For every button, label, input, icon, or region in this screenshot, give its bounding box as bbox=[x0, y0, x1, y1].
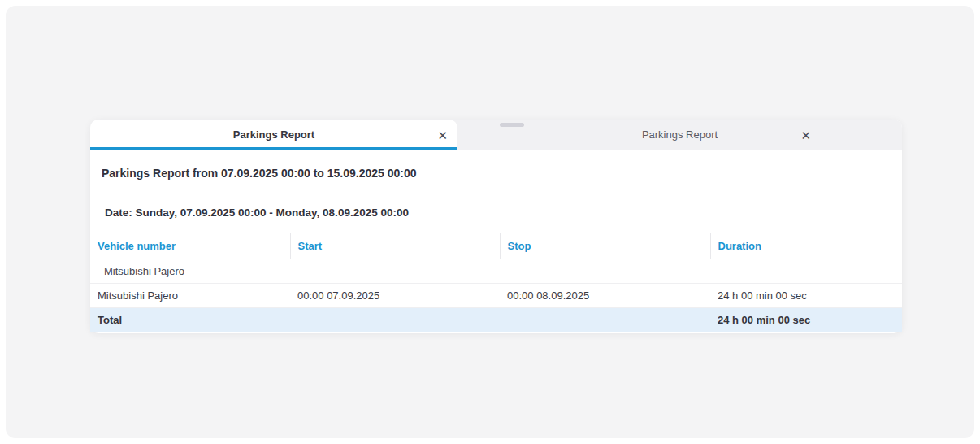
close-icon[interactable]: ✕ bbox=[434, 127, 451, 142]
tab-parkings-report-active[interactable]: Parkings Report ✕ bbox=[90, 120, 457, 150]
column-header-start[interactable]: Start bbox=[290, 233, 500, 259]
vehicle-group-row[interactable]: Mitsubishi Pajero bbox=[90, 259, 902, 284]
table-header-row: Vehicle number Start Stop Duration bbox=[90, 233, 902, 259]
total-row: Total 24 h 00 min 00 sec bbox=[90, 308, 902, 333]
total-label: Total bbox=[90, 308, 290, 333]
report-title: Parkings Report from 07.09.2025 00:00 to… bbox=[102, 167, 902, 180]
total-duration: 24 h 00 min 00 sec bbox=[710, 308, 902, 333]
table-row[interactable]: Mitsubishi Pajero 00:00 07.09.2025 00:00… bbox=[90, 284, 902, 308]
vehicle-group-label: Mitsubishi Pajero bbox=[90, 259, 902, 284]
app-background: Parkings Report ✕ Parkings Report ✕ Park… bbox=[6, 6, 974, 438]
tab-bar: Parkings Report ✕ Parkings Report ✕ bbox=[90, 120, 902, 150]
cell-duration: 24 h 00 min 00 sec bbox=[710, 284, 902, 308]
report-window: Parkings Report ✕ Parkings Report ✕ Park… bbox=[90, 120, 902, 333]
report-date-heading: Date: Sunday, 07.09.2025 00:00 - Monday,… bbox=[105, 207, 902, 219]
close-icon[interactable]: ✕ bbox=[797, 127, 814, 142]
tab-label: Parkings Report bbox=[233, 128, 314, 141]
tab-parkings-report-inactive[interactable]: Parkings Report ✕ bbox=[457, 120, 902, 150]
cell-start: 00:00 07.09.2025 bbox=[290, 284, 500, 308]
column-header-duration[interactable]: Duration bbox=[710, 233, 902, 259]
cell-vehicle: Mitsubishi Pajero bbox=[90, 284, 290, 308]
column-header-stop[interactable]: Stop bbox=[500, 233, 710, 259]
column-header-vehicle-number[interactable]: Vehicle number bbox=[90, 233, 290, 259]
parkings-table: Vehicle number Start Stop Duration Mitsu… bbox=[90, 233, 902, 332]
tab-label: Parkings Report bbox=[642, 128, 718, 141]
drag-handle[interactable] bbox=[500, 123, 524, 127]
cell-stop: 00:00 08.09.2025 bbox=[500, 284, 710, 308]
